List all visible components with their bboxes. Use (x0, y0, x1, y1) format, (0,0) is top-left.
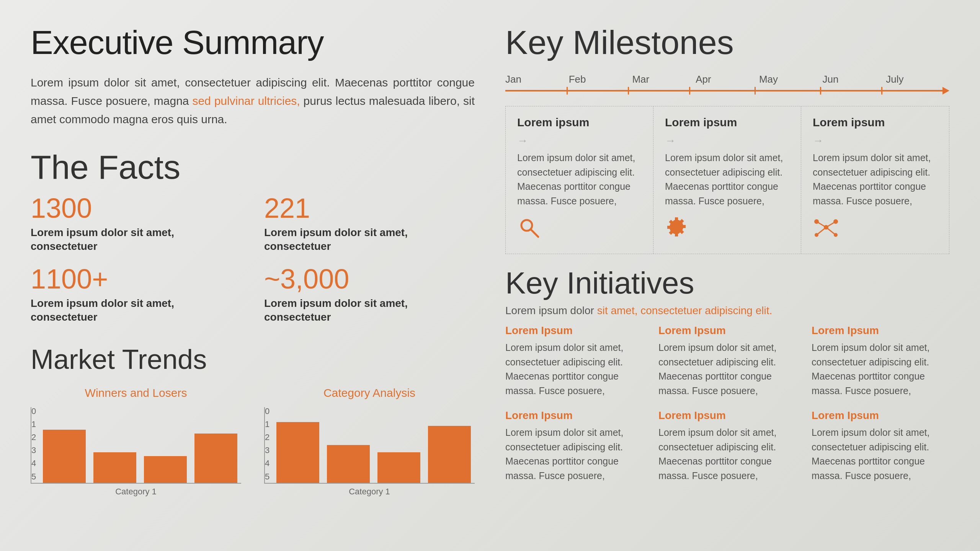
initiative-desc-2: Lorem ipsum dolor sit amet, consectetuer… (658, 341, 796, 398)
month-jun: Jun (823, 73, 886, 85)
bar-4 (194, 434, 237, 483)
milestone-arrow-2: → (665, 135, 789, 147)
month-jan: Jan (505, 73, 569, 85)
initiative-item-3: Lorem Ipsum Lorem ipsum dolor sit amet, … (812, 324, 949, 398)
milestone-arrow-1: → (517, 135, 642, 147)
initiative-heading-1: Lorem Ipsum (505, 324, 643, 337)
milestone-desc-1: Lorem ipsum dolor sit amet, consectetuer… (517, 151, 642, 208)
initiatives-intro: Lorem ipsum dolor sit amet, consectetuer… (505, 305, 949, 317)
initiatives-grid: Lorem Ipsum Lorem ipsum dolor sit amet, … (505, 324, 949, 483)
bar2-2 (327, 445, 370, 483)
chart2-y-labels: 5 4 3 2 1 0 (265, 407, 270, 483)
chart1-title: Winners and Losers (85, 386, 187, 399)
initiatives-intro-highlight: sit amet, consectetuer adipiscing elit. (597, 305, 773, 316)
milestone-icon-gear (665, 216, 789, 244)
milestones-title: Key Milestones (505, 23, 949, 62)
initiative-desc-5: Lorem ipsum dolor sit amet, consectetuer… (658, 425, 796, 483)
facts-title: The Facts (31, 148, 475, 187)
chart1-x-label: Category 1 (31, 487, 241, 497)
initiative-desc-6: Lorem ipsum dolor sit amet, consectetuer… (812, 425, 949, 483)
initiative-item-2: Lorem Ipsum Lorem ipsum dolor sit amet, … (658, 324, 796, 398)
month-feb: Feb (569, 73, 632, 85)
chart1-y-labels: 5 4 3 2 1 0 (31, 407, 36, 483)
charts-row: Winners and Losers 5 4 3 2 1 0 (31, 386, 475, 497)
chart2-area: 5 4 3 2 1 0 (264, 407, 475, 484)
milestone-arrow-3: → (813, 135, 938, 147)
initiative-item-5: Lorem Ipsum Lorem ipsum dolor sit amet, … (658, 409, 796, 483)
initiatives-intro-plain: Lorem ipsum dolor (505, 305, 597, 316)
svg-line-8 (826, 222, 836, 227)
chart2-title: Category Analysis (323, 386, 415, 399)
initiative-heading-5: Lorem Ipsum (658, 409, 796, 422)
initiative-heading-4: Lorem Ipsum (505, 409, 643, 422)
milestone-icon-search (517, 216, 642, 244)
bar2-1 (276, 422, 319, 483)
tick-4 (755, 87, 756, 95)
milestone-card-title-1: Lorem ipsum (517, 116, 642, 129)
tick-3 (689, 87, 690, 95)
intro-highlight: sed pulvinar ultricies, (192, 95, 300, 107)
fact-number-1: 1300 (31, 194, 241, 222)
tick-6 (881, 87, 882, 95)
month-mar: Mar (632, 73, 696, 85)
milestone-card-2: Lorem ipsum → Lorem ipsum dolor sit amet… (653, 106, 801, 254)
svg-line-9 (817, 227, 826, 235)
page: Executive Summary Lorem ipsum dolor sit … (0, 0, 980, 551)
y-label-1: 4 (31, 459, 36, 468)
milestone-card-3: Lorem ipsum → Lorem ipsum dolor sit amet… (801, 106, 949, 254)
fact-number-4: ~3,000 (264, 265, 475, 293)
intro-paragraph: Lorem ipsum dolor sit amet, consectetuer… (31, 73, 475, 129)
timeline-bar-row (505, 87, 949, 95)
bar-3 (144, 456, 187, 483)
svg-line-7 (817, 222, 826, 227)
tick-1 (567, 87, 568, 95)
y-label-0: 5 (31, 473, 36, 481)
initiative-desc-1: Lorem ipsum dolor sit amet, consectetuer… (505, 341, 643, 398)
bar-2 (93, 452, 136, 483)
initiative-desc-3: Lorem ipsum dolor sit amet, consectetuer… (812, 341, 949, 398)
chart-category-analysis: Category Analysis 5 4 3 2 1 0 (264, 386, 475, 497)
fact-label-2: Lorem ipsum dolor sit amet, consectetuer (264, 226, 475, 254)
fact-item-3: 1100+ Lorem ipsum dolor sit amet, consec… (31, 265, 241, 324)
left-column: Executive Summary Lorem ipsum dolor sit … (31, 23, 475, 528)
months-row: Jan Feb Mar Apr May Jun July (505, 73, 949, 85)
milestone-icon-network (813, 216, 938, 244)
bar2-4 (428, 426, 471, 483)
initiative-item-1: Lorem Ipsum Lorem ipsum dolor sit amet, … (505, 324, 643, 398)
initiative-item-6: Lorem Ipsum Lorem ipsum dolor sit amet, … (812, 409, 949, 483)
chart2-x-label: Category 1 (264, 487, 475, 497)
chart-winners-losers: Winners and Losers 5 4 3 2 1 0 (31, 386, 241, 497)
fact-item-1: 1300 Lorem ipsum dolor sit amet, consect… (31, 194, 241, 254)
facts-grid: 1300 Lorem ipsum dolor sit amet, consect… (31, 194, 475, 324)
chart1-area: 5 4 3 2 1 0 (31, 407, 241, 484)
fact-number-3: 1100+ (31, 265, 241, 293)
chart1-barchart: 5 4 3 2 1 0 Category 1 (31, 407, 241, 497)
month-may: May (759, 73, 823, 85)
milestone-card-title-2: Lorem ipsum (665, 116, 789, 129)
y-label-4: 1 (31, 420, 36, 429)
tick-2 (628, 87, 629, 95)
bar2-3 (377, 452, 420, 483)
svg-line-10 (826, 227, 836, 235)
milestone-card-title-3: Lorem ipsum (813, 116, 938, 129)
y-label-5: 0 (31, 407, 36, 416)
timeline-arrow (942, 87, 949, 95)
initiative-item-4: Lorem Ipsum Lorem ipsum dolor sit amet, … (505, 409, 643, 483)
initiative-heading-6: Lorem Ipsum (812, 409, 949, 422)
fact-item-4: ~3,000 Lorem ipsum dolor sit amet, conse… (264, 265, 475, 324)
milestone-desc-3: Lorem ipsum dolor sit amet, consectetuer… (813, 151, 938, 208)
bar-1 (43, 430, 86, 483)
fact-number-2: 221 (264, 194, 475, 222)
svg-line-1 (531, 229, 538, 237)
initiative-heading-3: Lorem Ipsum (812, 324, 949, 337)
y-label-3: 2 (31, 433, 36, 442)
right-column: Key Milestones Jan Feb Mar Apr May Jun J… (505, 23, 949, 528)
tick-5 (820, 87, 821, 95)
market-trends-title: Market Trends (31, 344, 475, 375)
month-apr: Apr (696, 73, 759, 85)
timeline: Jan Feb Mar Apr May Jun July (505, 73, 949, 102)
initiative-heading-2: Lorem Ipsum (658, 324, 796, 337)
fact-label-3: Lorem ipsum dolor sit amet, consectetuer (31, 297, 241, 324)
initiatives-title: Key Initiatives (505, 266, 949, 301)
timeline-line (505, 90, 942, 91)
